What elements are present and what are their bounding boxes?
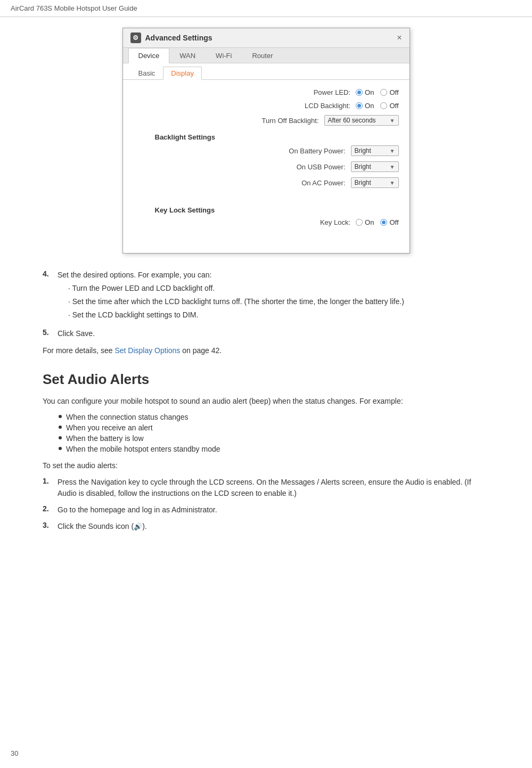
modal-body: Power LED: On Off LCD Backligh (123, 80, 410, 253)
tab-wan[interactable]: WAN (169, 48, 206, 63)
sub-tab-display[interactable]: Display (163, 67, 202, 80)
on-battery-power-value: Bright (355, 147, 371, 154)
bullet-item-3: When the battery is low (59, 434, 489, 443)
dropdown-arrow: ▼ (390, 118, 395, 124)
lcd-backlight-off-option[interactable]: Off (380, 102, 398, 110)
bullet-text-1: When the connection status changes (66, 413, 189, 421)
sub-tab-basic[interactable]: Basic (130, 67, 163, 80)
audio-step1-text: Press the Navigation key to cycle throug… (58, 477, 489, 499)
audio-step1-number: 1. (43, 477, 53, 485)
on-battery-power-dropdown[interactable]: Bright ▼ (351, 145, 399, 156)
step5-block: 5. Click Save. (43, 328, 489, 339)
settings-icon: ⚙ (130, 32, 141, 43)
audio-step3-text: Click the Sounds icon (🔊). (58, 521, 489, 532)
audio-step1-block: 1. Press the Navigation key to cycle thr… (43, 477, 489, 499)
page-header: AirCard 763S Mobile Hotspot User Guide (0, 0, 532, 17)
bullet-dot-1 (59, 415, 62, 418)
bullet-text-4: When the mobile hotspot enters standby m… (66, 445, 220, 453)
modal-title-left: ⚙ Advanced Settings (130, 32, 212, 43)
on-usb-power-dropdown[interactable]: Bright ▼ (351, 161, 399, 172)
bullet-text-2: When you receive an alert (66, 423, 153, 432)
modal-title: Advanced Settings (145, 34, 212, 42)
turn-off-backlight-value: After 60 seconds (328, 117, 376, 124)
step4-number: 4. (43, 269, 53, 278)
on-ac-power-value: Bright (355, 179, 371, 186)
audio-step3-block: 3. Click the Sounds icon (🔊). (43, 521, 489, 532)
backlight-settings-header: Backlight Settings (134, 133, 399, 141)
intro-paragraph: You can configure your mobile hotspot to… (43, 395, 489, 407)
lcd-backlight-row: LCD Backlight: On Off (134, 102, 399, 110)
step4-sub3: · Set the LCD backlight settings to DIM. (68, 309, 489, 321)
step5-number: 5. (43, 328, 53, 337)
key-lock-off-option[interactable]: Off (380, 218, 398, 226)
step4-content: Set the desired options. For example, yo… (58, 269, 489, 323)
bullet-points: When the connection status changes When … (59, 413, 489, 453)
power-led-off-radio[interactable] (380, 89, 387, 96)
bullet-text-3: When the battery is low (66, 434, 144, 443)
key-lock-on-label: On (365, 218, 374, 226)
power-led-off-option[interactable]: Off (380, 88, 398, 96)
more-details-paragraph: For more details, see Set Display Option… (43, 345, 489, 356)
dropdown-arrow-usb: ▼ (390, 164, 395, 170)
key-lock-settings-header: Key Lock Settings (134, 206, 399, 214)
bullet-item-4: When the mobile hotspot enters standby m… (59, 445, 489, 453)
key-lock-radio-group: On Off (356, 218, 398, 226)
key-lock-on-radio[interactable] (356, 219, 363, 226)
bullet-item-1: When the connection status changes (59, 413, 489, 421)
lcd-backlight-on-label: On (365, 102, 374, 110)
power-led-radio-group: On Off (356, 88, 398, 96)
on-ac-power-dropdown[interactable]: Bright ▼ (351, 177, 399, 188)
on-ac-power-label: On AC Power: (260, 179, 346, 187)
more-details-suffix: on page 42. (180, 346, 222, 355)
audio-step2-text: Go to the homepage and log in as Adminis… (58, 504, 489, 516)
on-ac-power-row: On AC Power: Bright ▼ (134, 177, 399, 188)
tab-wifi[interactable]: Wi-Fi (206, 48, 242, 63)
step4-sub2: · Set the time after which the LCD backl… (68, 296, 489, 307)
tab-device[interactable]: Device (128, 48, 170, 63)
power-led-on-option[interactable]: On (356, 88, 374, 96)
dropdown-arrow-battery: ▼ (390, 148, 395, 154)
page-footer: 30 (11, 749, 18, 757)
close-button[interactable]: × (397, 33, 402, 43)
sounds-icon: 🔊 (134, 521, 142, 532)
on-battery-power-row: On Battery Power: Bright ▼ (134, 145, 399, 156)
bullet-dot-4 (59, 447, 62, 450)
page-number: 30 (11, 749, 18, 757)
dropdown-arrow-ac: ▼ (390, 180, 395, 186)
step4-sub1: · Turn the Power LED and LCD backlight o… (68, 283, 489, 294)
step4-text: Set the desired options. For example, yo… (58, 271, 212, 279)
lcd-backlight-on-option[interactable]: On (356, 102, 374, 110)
key-lock-on-option[interactable]: On (356, 218, 374, 226)
bullet-item-2: When you receive an alert (59, 423, 489, 432)
lcd-backlight-off-radio[interactable] (380, 102, 387, 109)
key-lock-label: Key Lock: (265, 218, 350, 226)
on-battery-power-label: On Battery Power: (260, 147, 346, 155)
key-lock-off-label: Off (389, 218, 398, 226)
power-led-on-radio[interactable] (356, 89, 363, 96)
step5-text: Click Save. (58, 328, 489, 339)
lcd-backlight-label: LCD Backlight: (265, 102, 350, 110)
advanced-settings-modal: ⚙ Advanced Settings × Device WAN Wi-Fi (122, 28, 410, 254)
turn-off-backlight-dropdown[interactable]: After 60 seconds ▼ (324, 115, 399, 126)
sub-bullet-icon: · (68, 284, 72, 292)
power-led-off-label: Off (389, 88, 398, 96)
power-led-on-label: On (365, 88, 374, 96)
header-title: AirCard 763S Mobile Hotspot User Guide (11, 4, 137, 12)
lcd-backlight-off-label: Off (389, 102, 398, 110)
set-display-options-link[interactable]: Set Display Options (114, 346, 180, 355)
audio-step3-number: 3. (43, 521, 53, 529)
audio-step2-number: 2. (43, 504, 53, 513)
sub-tab-bar: Basic Display (123, 63, 410, 80)
tab-router[interactable]: Router (242, 48, 283, 63)
bullet-dot-2 (59, 426, 62, 429)
on-usb-power-value: Bright (355, 163, 371, 170)
tab-bar: Device WAN Wi-Fi Router (123, 48, 410, 63)
power-led-label: Power LED: (265, 88, 350, 96)
main-content: ⚙ Advanced Settings × Device WAN Wi-Fi (0, 17, 532, 548)
key-lock-off-radio[interactable] (380, 219, 387, 226)
sub-bullet-icon3: · (68, 311, 72, 319)
lcd-backlight-on-radio[interactable] (356, 102, 363, 109)
audio-step2-block: 2. Go to the homepage and log in as Admi… (43, 504, 489, 516)
lcd-backlight-radio-group: On Off (356, 102, 398, 110)
turn-off-backlight-label: Turn Off Backlight: (234, 117, 319, 125)
